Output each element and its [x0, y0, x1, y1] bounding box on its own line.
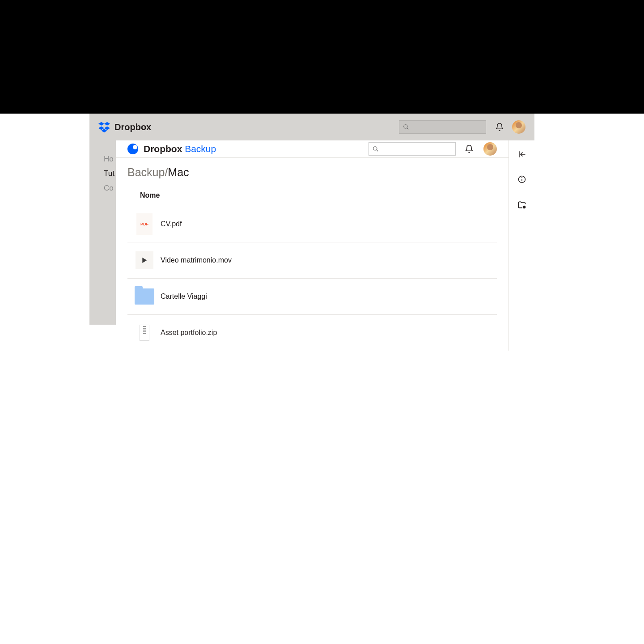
- backup-header: Dropbox Backup: [116, 140, 508, 158]
- video-file-icon: [136, 251, 153, 269]
- info-icon[interactable]: [518, 175, 526, 183]
- file-name: Cartelle Viaggi: [161, 292, 207, 301]
- breadcrumb: Backup/Mac: [116, 158, 508, 182]
- svg-point-2: [373, 147, 377, 150]
- file-row[interactable]: PDF CV.pdf: [127, 206, 497, 242]
- avatar[interactable]: [483, 142, 497, 156]
- sidebar: Ho Tut Co: [104, 152, 114, 195]
- backup-search-input[interactable]: [369, 142, 456, 156]
- column-header-name[interactable]: Nome: [127, 188, 497, 206]
- svg-point-9: [522, 206, 525, 209]
- svg-point-0: [404, 125, 407, 128]
- main-header: Dropbox: [89, 114, 534, 140]
- file-name: Video matrimonio.mov: [161, 256, 232, 264]
- dropbox-brand-text: Dropbox: [114, 122, 151, 132]
- folder-settings-icon[interactable]: [517, 200, 526, 209]
- backup-logo-icon: [127, 144, 138, 154]
- search-icon: [403, 124, 409, 130]
- notifications-icon[interactable]: [465, 144, 474, 153]
- breadcrumb-current: Mac: [168, 166, 189, 178]
- notifications-icon[interactable]: [495, 123, 504, 131]
- file-name: CV.pdf: [161, 220, 182, 228]
- svg-line-3: [377, 150, 378, 152]
- folder-icon: [135, 288, 154, 305]
- right-rail: [508, 140, 534, 351]
- backup-panel: Dropbox Backup Backup/Mac Nome PDF CV.pd…: [116, 140, 534, 351]
- file-row[interactable]: Video matrimonio.mov: [127, 242, 497, 278]
- collapse-panel-icon[interactable]: [518, 150, 526, 158]
- top-black-bar: [0, 0, 644, 114]
- file-list: Nome PDF CV.pdf Video matrimonio.mov Car…: [116, 182, 508, 351]
- backup-brand-text: Dropbox Backup: [144, 144, 216, 154]
- dropbox-logo-icon: [98, 121, 110, 133]
- file-row[interactable]: Cartelle Viaggi: [127, 278, 497, 314]
- file-name: Asset portfolio.zip: [161, 329, 217, 337]
- sidebar-item[interactable]: Ho: [104, 152, 114, 166]
- avatar[interactable]: [512, 120, 525, 134]
- file-row[interactable]: Asset portfolio.zip: [127, 314, 497, 351]
- sidebar-item[interactable]: Co: [104, 181, 114, 195]
- svg-point-8: [521, 178, 522, 178]
- backup-logo: Dropbox Backup: [127, 144, 216, 154]
- sidebar-item[interactable]: Tut: [104, 166, 114, 181]
- main-search-input[interactable]: [399, 120, 486, 134]
- svg-line-1: [407, 128, 409, 130]
- breadcrumb-root[interactable]: Backup: [127, 166, 165, 178]
- zip-file-icon: [140, 325, 149, 341]
- pdf-file-icon: PDF: [136, 213, 153, 235]
- search-icon: [373, 146, 379, 152]
